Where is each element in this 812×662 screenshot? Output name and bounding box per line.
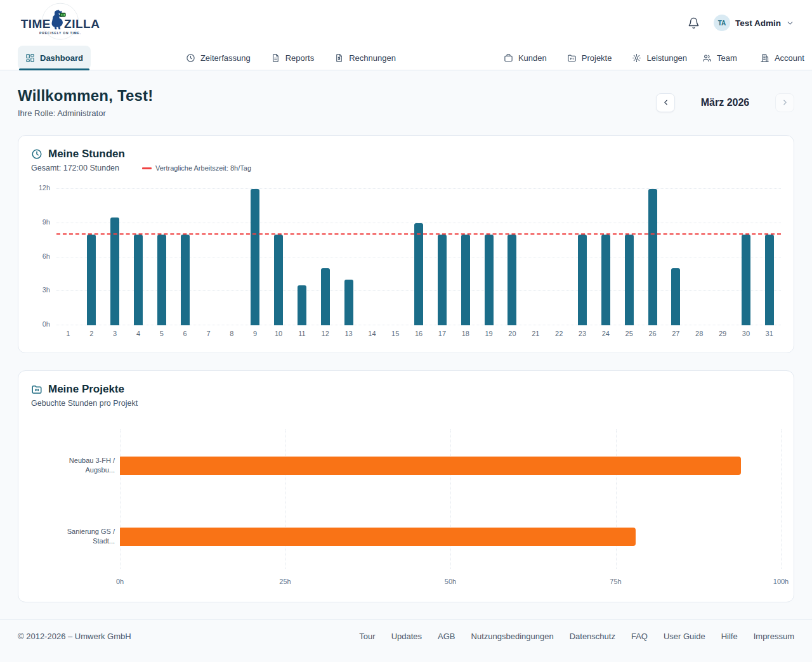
v-gridline: [781, 429, 782, 569]
header-actions: TA Test Admin: [685, 15, 794, 32]
bar-slot-day-20: [501, 189, 524, 325]
projects-card: Meine Projekte Gebuchte Stunden pro Proj…: [18, 370, 794, 602]
footer-links: TourUpdatesAGBNutzungsbedingungenDatensc…: [359, 632, 794, 641]
bar-slot-day-27: [664, 189, 688, 325]
footer-link-updates[interactable]: Updates: [391, 632, 422, 641]
v-gridline: [616, 429, 617, 569]
nav-tab-label: Dashboard: [40, 53, 83, 63]
reference-line-legend: Vertragliche Arbeitszeit: 8h/Tag: [142, 164, 251, 172]
x-axis-tick-label: 4: [127, 330, 150, 337]
gear-icon: [632, 53, 641, 63]
hours-card-header: Meine Stunden: [31, 148, 781, 160]
invoice-icon: [334, 53, 344, 63]
logo-text-right: ZILLA: [64, 18, 100, 30]
period-navigation: März 2026: [656, 93, 794, 112]
project-chart-labels: Neubau 3-FH / Augsbu...Sanierung GS / St…: [31, 429, 120, 569]
x-axis-tick-label: 6: [173, 330, 197, 337]
bar-slot-day-31: [757, 189, 781, 325]
bar-slot-day-5: [150, 189, 173, 325]
day-bar-27: [671, 268, 680, 325]
bar-slot-day-15: [384, 189, 407, 325]
nav-tab-dashboard[interactable]: Dashboard: [18, 46, 91, 70]
report-document-icon: [271, 53, 280, 63]
bar-slot-day-29: [711, 189, 735, 325]
nav-tab-team[interactable]: Team: [695, 46, 745, 70]
chevron-down-icon: [786, 19, 794, 27]
y-axis-tick-label: 3h: [43, 287, 50, 294]
x-axis-tick-label: 50h: [445, 578, 456, 585]
x-axis-tick-label: 3: [103, 330, 127, 337]
footer-link-tour[interactable]: Tour: [359, 632, 375, 641]
previous-month-button[interactable]: [656, 93, 675, 112]
nav-tab-projekte[interactable]: Projekte: [560, 46, 620, 70]
x-axis-tick-label: 23: [571, 330, 594, 337]
footer-link-datenschutz[interactable]: Datenschutz: [570, 632, 615, 641]
nav-tab-label: Rechnungen: [349, 53, 396, 63]
day-bar-16: [414, 223, 423, 325]
nav-tab-label: Account: [775, 53, 804, 63]
bar-slot-day-23: [571, 189, 594, 325]
nav-tab-leistungen[interactable]: Leistungen: [624, 46, 695, 70]
x-axis-tick-label: 20: [501, 330, 524, 337]
brand-logo[interactable]: TIME ZILLA PRECISELY ON TIME.: [18, 2, 103, 44]
day-bar-26: [648, 189, 657, 325]
day-bar-25: [625, 235, 634, 325]
daily-hours-bar-chart: 0h3h6h9h12h 1234567891011121314151617181…: [31, 189, 781, 337]
x-axis-tick-label: 30: [734, 330, 757, 337]
project-chart-plot-area: [120, 429, 781, 569]
x-axis-tick-label: 18: [454, 330, 477, 337]
next-month-button[interactable]: [775, 93, 794, 112]
nav-tab-account[interactable]: Account: [752, 46, 812, 70]
day-bar-17: [438, 235, 447, 325]
y-axis-tick-label: 9h: [43, 219, 50, 226]
nav-tab-label: Kunden: [518, 53, 547, 63]
day-bar-19: [485, 235, 494, 325]
x-axis-tick-label: 2: [80, 330, 103, 337]
nav-tab-zeiterfassung[interactable]: Zeiterfassung: [178, 46, 258, 70]
x-axis-tick-label: 21: [524, 330, 547, 337]
bar-slot-day-25: [617, 189, 641, 325]
x-axis-tick-label: 29: [711, 330, 735, 337]
y-axis-tick-label: 0h: [43, 321, 50, 328]
x-axis-tick-label: 75h: [610, 578, 621, 585]
bar-slot-day-10: [267, 189, 291, 325]
projects-card-header: Meine Projekte: [31, 383, 781, 396]
bar-slot-day-24: [594, 189, 617, 325]
copyright-text: © 2012-2026 – Umwerk GmbH: [18, 632, 131, 641]
bar-slot-day-8: [220, 189, 244, 325]
x-axis-tick-label: 27: [664, 330, 688, 337]
bar-slot-day-14: [360, 189, 384, 325]
bar-slot-day-12: [313, 189, 337, 325]
welcome-text: Willkommen, Test! Ihre Rolle: Administra…: [18, 87, 153, 118]
bar-slot-day-4: [127, 189, 150, 325]
day-bar-4: [134, 235, 143, 325]
bar-slot-day-11: [290, 189, 313, 325]
day-bar-18: [461, 235, 470, 325]
x-axis-tick-label: 0h: [116, 578, 124, 585]
footer-link-hilfe[interactable]: Hilfe: [721, 632, 738, 641]
nav-group-left: Dashboard: [18, 46, 91, 70]
notifications-bell-icon[interactable]: [685, 15, 702, 32]
footer-link-impressum[interactable]: Impressum: [754, 632, 794, 641]
user-menu[interactable]: TA Test Admin: [714, 15, 794, 31]
logo-text-left: TIME: [21, 18, 51, 30]
bar-slot-day-21: [524, 189, 547, 325]
footer-link-user-guide[interactable]: User Guide: [664, 632, 705, 641]
x-axis-tick-label: 16: [407, 330, 431, 337]
bar-slot-day-30: [734, 189, 757, 325]
nav-tab-kunden[interactable]: Kunden: [496, 46, 554, 70]
v-gridline: [120, 429, 121, 569]
x-axis-tick-label: 17: [431, 330, 454, 337]
bar-slot-day-18: [454, 189, 477, 325]
nav-tab-reports[interactable]: Reports: [263, 46, 322, 70]
day-bar-13: [344, 280, 353, 325]
hours-card: Meine Stunden Gesamt: 172:00 Stunden Ver…: [18, 135, 794, 353]
footer-link-faq[interactable]: FAQ: [631, 632, 648, 641]
user-name: Test Admin: [735, 18, 781, 28]
bar-slot-day-3: [103, 189, 127, 325]
x-axis-tick-label: 28: [688, 330, 711, 337]
red-dash-icon: [142, 167, 152, 169]
footer-link-nutzungsbedingungen[interactable]: Nutzungsbedingungen: [471, 632, 554, 641]
nav-tab-rechnungen[interactable]: Rechnungen: [327, 46, 403, 70]
footer-link-agb[interactable]: AGB: [438, 632, 455, 641]
